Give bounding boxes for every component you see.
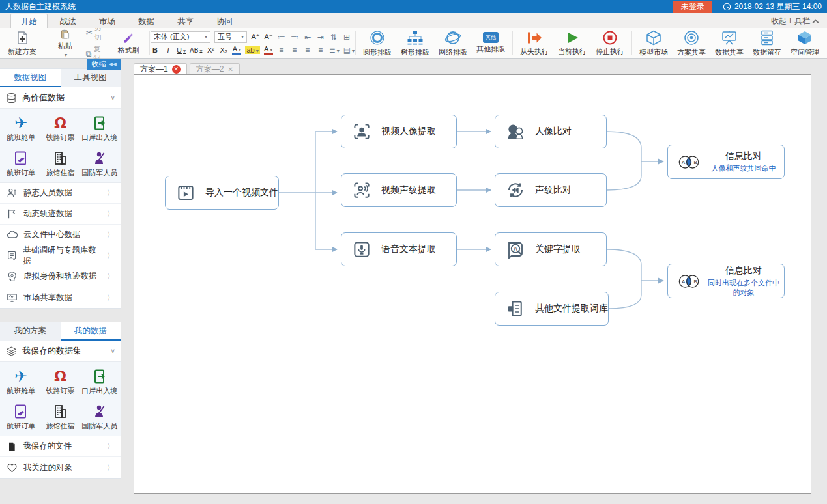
tab-my-plans[interactable]: 我的方案 — [0, 322, 61, 341]
sidebar-item-cloud-file-data[interactable]: 云文件中心数据 — [0, 225, 121, 245]
circular-layout-button[interactable]: 圆形排版 — [359, 29, 396, 58]
copy-icon: ⧉ — [86, 49, 92, 59]
node-info-compare-1[interactable]: AB 信息比对 人像和声纹共同命中 — [667, 145, 785, 179]
doc-tab-plan-2[interactable]: 方案—2 — [190, 63, 240, 74]
other-layout-icon: 其他 — [483, 32, 499, 43]
network-layout-button[interactable]: 网络排版 — [435, 29, 471, 58]
node-info-compare-2[interactable]: AB 信息比对 同时出现在多个文件中的对象 — [667, 264, 785, 298]
node-speech-text-extract[interactable]: 语音文本提取 — [341, 232, 457, 266]
doc-tab-label: 方案—1 — [140, 64, 168, 75]
line-spacing-icon[interactable]: ≣ — [329, 46, 340, 55]
dataset-military-personnel[interactable]: 国防军人员 — [80, 149, 119, 178]
node-other-files-lexicon[interactable]: 其他文件提取词库 — [495, 292, 609, 326]
dataset-flight-order[interactable]: 航班订单 — [1, 402, 40, 431]
node-import-video[interactable]: 导入一个视频文件 — [165, 176, 279, 210]
strikethrough-button[interactable]: AB — [190, 47, 202, 54]
new-plan-button[interactable]: 新建方案 — [4, 29, 40, 58]
node-video-portrait-extract[interactable]: 视频人像提取 — [341, 115, 457, 148]
dataset-military-personnel[interactable]: 国防军人员 — [80, 402, 119, 431]
ribbon-tab-tactics[interactable]: 战法 — [50, 14, 87, 28]
tab-data-view[interactable]: 数据视图 — [0, 69, 61, 87]
section-high-value-data[interactable]: 高价值数据 — [0, 87, 121, 109]
ribbon-tab-start[interactable]: 开始 — [10, 14, 48, 28]
close-icon[interactable] — [227, 66, 233, 73]
collapse-toolbar-button[interactable]: 收起工具栏 — [771, 16, 818, 27]
paste-button[interactable]: 粘贴 — [48, 29, 83, 58]
outdent-icon[interactable]: ⇤ — [303, 33, 312, 42]
font-family-select[interactable]: 宋体 (正文) — [151, 31, 210, 43]
font-color-button[interactable]: A — [264, 46, 273, 55]
node-voiceprint-compare[interactable]: 声纹比对 — [495, 173, 607, 207]
data-retention-button[interactable]: 数据留存 — [749, 29, 785, 58]
dataset-hotel-stay[interactable]: 旅馆住宿 — [40, 149, 80, 178]
node-video-voiceprint-extract[interactable]: 视频声纹提取 — [341, 173, 457, 207]
font-size-select[interactable]: 五号 — [214, 31, 247, 43]
space-mgmt-button[interactable]: 空间管理 — [787, 29, 823, 58]
sidebar-item-survey-data[interactable]: 基础调研与专题库数据 — [0, 245, 121, 266]
virtual-identity-icon — [7, 271, 18, 282]
dataset-rail-ticket[interactable]: Ω铁路订票 — [40, 367, 80, 396]
align-right-icon[interactable]: ≡ — [303, 46, 312, 55]
align-justify-icon[interactable]: ≡ — [316, 46, 325, 55]
format-painter-button[interactable]: 格式刷 — [111, 29, 146, 58]
dataset-rail-ticket[interactable]: Ω铁路订票 — [40, 114, 80, 143]
doc-tab-plan-1[interactable]: 方案—1 — [134, 63, 187, 74]
ribbon-tab-share[interactable]: 共享 — [167, 14, 204, 28]
tab-tool-view[interactable]: 工具视图 — [61, 69, 121, 87]
data-share-button[interactable]: 数据共享 — [711, 29, 747, 58]
tab-my-data[interactable]: 我的数据 — [61, 322, 121, 341]
dataset-border-entry[interactable]: 口岸出入境 — [80, 114, 119, 143]
underline-button[interactable]: U — [177, 46, 186, 54]
plan-share-button[interactable]: 方案共享 — [673, 29, 710, 58]
grow-font-button[interactable]: A⁺ — [251, 33, 260, 41]
close-icon[interactable] — [172, 65, 181, 74]
stop-button[interactable]: 停止执行 — [592, 29, 628, 58]
presentation-board-icon — [721, 29, 738, 46]
list-icon-0[interactable]: ≔ — [277, 33, 286, 42]
other-layout-button[interactable]: 其他 其他排版 — [472, 29, 509, 58]
list-icon-1[interactable]: ≕ — [290, 33, 299, 42]
login-status-badge[interactable]: 未登录 — [673, 1, 712, 13]
bold-button[interactable]: B — [151, 46, 160, 54]
align-left-icon[interactable]: ≡ — [277, 46, 286, 55]
dataset-label: 口岸出入境 — [81, 133, 117, 143]
sidebar-item-virtual-identity-data[interactable]: 虚拟身份和轨迹数据 — [0, 266, 121, 287]
dataset-flight-manifest[interactable]: ✈航班舱单 — [1, 367, 40, 396]
ribbon-tab-collab[interactable]: 协同 — [206, 14, 243, 28]
shrink-font-button[interactable]: A⁻ — [264, 33, 273, 41]
flow-canvas[interactable]: 导入一个视频文件 视频人像提取 视频声纹提取 语音文本提取 其他文件提取词库 人… — [134, 74, 811, 494]
dataset-flight-order[interactable]: 航班订单 — [1, 149, 40, 178]
shading-icon[interactable]: ▤ — [343, 46, 355, 55]
table-icon[interactable]: ⊞ — [342, 33, 351, 42]
sidebar-collapse-button[interactable]: 收缩 ◀◀ — [87, 59, 121, 70]
section-saved-datasets[interactable]: 我保存的数据集 — [0, 341, 121, 362]
subscript-button[interactable]: X₂ — [219, 46, 228, 54]
node-portrait-compare[interactable]: 人像比对 — [495, 115, 607, 148]
dataset-label: 铁路订票 — [46, 133, 74, 143]
text-effects-button[interactable]: A — [232, 46, 241, 55]
sort-icon[interactable]: ⇅ — [329, 33, 338, 42]
sidebar-item-my-saved-files[interactable]: 我保存的文件 — [0, 436, 121, 457]
highlight-color-button[interactable]: ab — [245, 46, 259, 54]
align-center-icon[interactable]: ≡ — [290, 46, 299, 55]
node-keyword-extract[interactable]: A 关键字提取 — [495, 232, 607, 266]
dataset-border-entry[interactable]: 口岸出入境 — [80, 367, 119, 396]
layers-icon — [6, 346, 17, 357]
sidebar-item-market-shared-data[interactable]: 市场共享数据 — [0, 287, 121, 308]
run-current-button[interactable]: 当前执行 — [554, 29, 590, 58]
paste-label: 粘贴 — [58, 41, 72, 51]
model-market-button[interactable]: 模型市场 — [635, 29, 672, 58]
indent-icon[interactable]: ⇥ — [316, 33, 325, 42]
sidebar-item-followed-objects[interactable]: 我关注的对象 — [0, 457, 121, 478]
tree-layout-button[interactable]: 树形排版 — [397, 29, 433, 58]
sidebar-item-dynamic-track-data[interactable]: 动态轨迹数据 — [0, 204, 121, 225]
superscript-button[interactable]: X² — [206, 46, 215, 54]
dataset-hotel-stay[interactable]: 旅馆住宿 — [40, 402, 80, 431]
sidebar-item-static-person-data[interactable]: 静态人员数据 — [0, 183, 121, 204]
run-from-start-button[interactable]: 从头执行 — [516, 29, 553, 58]
italic-button[interactable]: I — [164, 46, 173, 54]
ribbon-tab-market[interactable]: 市场 — [89, 14, 126, 28]
dataset-flight-manifest[interactable]: ✈航班舱单 — [1, 114, 40, 143]
cloud-icon — [7, 229, 18, 240]
ribbon-tab-data[interactable]: 数据 — [128, 14, 165, 28]
